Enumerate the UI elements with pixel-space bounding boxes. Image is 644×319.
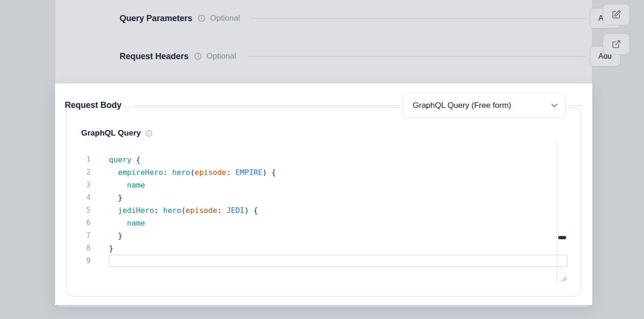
section-divider: [134, 105, 399, 106]
code-line[interactable]: }: [109, 229, 557, 242]
line-number: 6: [67, 217, 91, 229]
code-content[interactable]: query { empireHero: hero(episode: EMPIRE…: [109, 141, 557, 267]
code-line[interactable]: }: [109, 242, 557, 255]
graphql-code-editor[interactable]: 123456789 query { empireHero: hero(episo…: [67, 141, 581, 282]
line-number: 1: [67, 153, 91, 166]
section-divider-tail: [570, 105, 583, 106]
graphql-query-label-row: GraphQL Query: [81, 129, 152, 138]
code-line[interactable]: name: [109, 217, 557, 229]
active-line-indicator: [109, 255, 568, 267]
resize-handle-icon[interactable]: [561, 276, 567, 282]
graphql-query-card: GraphQL Query 123456789 query { empireHe…: [66, 107, 581, 296]
line-number: 3: [67, 179, 91, 191]
request-body-spotlight: Request Body GraphQL Query (Free form) G…: [55, 84, 592, 305]
code-line[interactable]: name: [109, 179, 557, 191]
body-type-selected-value: GraphQL Query (Free form): [413, 101, 511, 110]
code-line[interactable]: query {: [109, 153, 557, 166]
chevron-down-icon: [551, 103, 558, 107]
request-body-header: Request Body GraphQL Query (Free form): [65, 93, 583, 118]
line-number: 2: [67, 166, 91, 179]
graphql-query-label: GraphQL Query: [81, 129, 141, 138]
line-number: 9: [67, 255, 91, 267]
editor-scroll-divider: [557, 141, 557, 282]
request-body-title: Request Body: [65, 100, 121, 110]
body-type-select[interactable]: GraphQL Query (Free form): [403, 93, 566, 118]
line-number: 7: [67, 229, 91, 242]
code-line[interactable]: jediHero: hero(episode: JEDI) {: [109, 204, 557, 217]
line-number: 5: [67, 204, 91, 217]
info-icon[interactable]: [145, 130, 152, 137]
code-line[interactable]: empireHero: hero(episode: EMPIRE) {: [109, 166, 557, 179]
line-number-gutter: 123456789: [67, 141, 91, 267]
scrollbar-thumb[interactable]: [558, 236, 566, 239]
line-number: 8: [67, 242, 91, 255]
line-number: 4: [67, 191, 91, 204]
code-line[interactable]: }: [109, 191, 557, 204]
